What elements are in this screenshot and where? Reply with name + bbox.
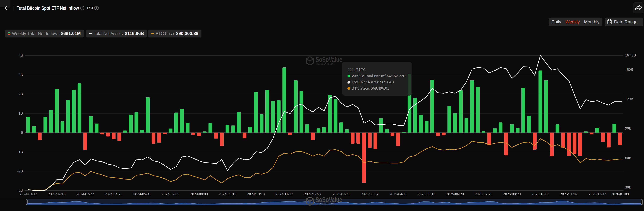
svg-text:120B: 120B (625, 97, 633, 101)
svg-text:2025/11/07: 2025/11/07 (560, 192, 578, 196)
svg-text:2026/01/09: 2026/01/09 (611, 192, 629, 196)
svg-text:4B: 4B (18, 53, 23, 57)
svg-text:-1B: -1B (18, 150, 23, 154)
svg-text:2024/01/12: 2024/01/12 (20, 192, 37, 196)
svg-text:2024/08/09: 2024/08/09 (190, 192, 208, 196)
svg-text:2025/12/12: 2025/12/12 (588, 192, 606, 196)
svg-text:Total Net Assets: $69.64B: Total Net Assets: $69.64B (352, 80, 394, 84)
svg-text:2024/10/18: 2024/10/18 (247, 192, 265, 196)
svg-text:2025/05/16: 2025/05/16 (418, 192, 435, 196)
svg-text:-2B: -2B (18, 169, 23, 173)
svg-text:150B: 150B (625, 67, 633, 72)
svg-text:30B: 30B (625, 185, 631, 189)
svg-text:2025/01/31: 2025/01/31 (332, 192, 350, 196)
svg-text:2024/09/13: 2024/09/13 (219, 192, 236, 196)
svg-text:2024/12/27: 2024/12/27 (304, 192, 322, 196)
svg-text:BTC Price: $69,496.01: BTC Price: $69,496.01 (352, 86, 389, 90)
svg-text:2025/03/07: 2025/03/07 (361, 192, 378, 196)
svg-text:60B: 60B (625, 156, 631, 160)
svg-text:1B: 1B (18, 111, 23, 115)
svg-text:2024/07/05: 2024/07/05 (162, 192, 179, 196)
svg-text:12: 12 (608, 21, 611, 24)
svg-text:2024/11/01: 2024/11/01 (348, 67, 366, 72)
svg-text:2025/08/29: 2025/08/29 (503, 192, 521, 196)
svg-text:sosovalue.com: sosovalue.com (316, 202, 335, 206)
svg-text:3B: 3B (18, 73, 23, 77)
svg-text:2025/10/03: 2025/10/03 (532, 192, 549, 196)
svg-text:2025/07/25: 2025/07/25 (475, 192, 492, 196)
svg-text:2024/11/22: 2024/11/22 (276, 192, 293, 196)
svg-text:2024/03/22: 2024/03/22 (76, 192, 94, 196)
svg-text:2024/04/26: 2024/04/26 (105, 192, 122, 196)
svg-text:2025/06/20: 2025/06/20 (446, 192, 464, 196)
svg-text:Weekly Total Net Inflow: $2.22: Weekly Total Net Inflow: $2.22B (352, 74, 406, 78)
svg-text:2024/02/16: 2024/02/16 (48, 192, 66, 196)
svg-text:2B: 2B (18, 92, 23, 96)
svg-text:2025/04/11: 2025/04/11 (389, 192, 407, 196)
svg-text:90B: 90B (625, 126, 631, 130)
svg-text:0: 0 (21, 130, 23, 135)
svg-text:164.5B: 164.5B (625, 53, 636, 57)
svg-text:2024/05/31: 2024/05/31 (133, 192, 151, 196)
svg-text:sosovalue.com: sosovalue.com (316, 62, 335, 65)
